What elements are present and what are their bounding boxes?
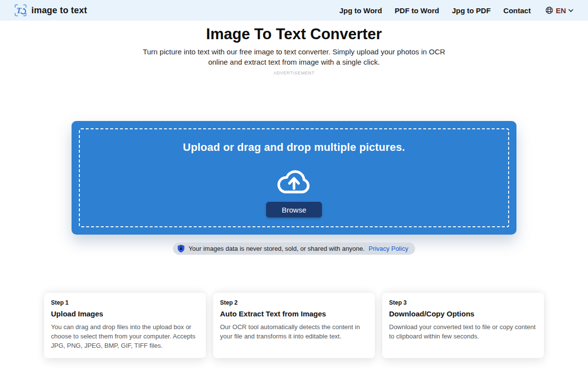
step-label: Step 3 [389,299,537,306]
nav-contact[interactable]: Contact [503,6,531,15]
step-title: Upload Images [51,310,199,318]
language-code: EN [556,6,566,15]
privacy-policy-link[interactable]: Privacy Policy [368,245,408,252]
main-nav: Jpg to Word PDF to Word Jpg to PDF Conta… [339,6,573,15]
privacy-pill: Your images data is never stored, sold, … [173,242,415,255]
step-title: Auto Extract Text from Images [220,310,368,318]
step-card-3: Step 3 Download/Copy Options Download yo… [382,293,544,358]
brand-logo[interactable]: T image to text [14,3,87,17]
step-card-2: Step 2 Auto Extract Text from Images Our… [213,293,375,358]
privacy-text: Your images data is never stored, sold, … [189,245,365,252]
step-label: Step 2 [220,299,368,306]
page-subtitle: Turn picture into text with our free ima… [137,47,451,67]
step-description: Our OCR tool automatically detects the c… [220,322,368,341]
steps-row: Step 1 Upload Images You can drag and dr… [44,293,544,358]
privacy-row: Your images data is never stored, sold, … [0,242,588,255]
language-selector[interactable]: EN [545,6,573,15]
nav-pdf-to-word[interactable]: PDF to Word [395,6,440,15]
chevron-down-icon [568,9,573,12]
shield-lock-icon [177,244,185,253]
top-navigation-bar: T image to text Jpg to Word PDF to Word … [0,0,588,21]
cloud-upload-icon [273,166,315,198]
globe-icon [545,6,553,14]
nav-jpg-to-pdf[interactable]: Jpg to PDF [452,6,490,15]
step-description: You can drag and drop files into the upl… [51,322,199,350]
page-title: Image To Text Converter [0,25,588,43]
upload-heading: Upload or drag and drop multiple picture… [183,141,405,154]
step-label: Step 1 [51,299,199,306]
advertisement-label: ADVERTISEMENT [0,71,588,75]
step-card-1: Step 1 Upload Images You can drag and dr… [44,293,206,358]
step-description: Download your converted text to file or … [389,322,537,341]
nav-jpg-to-word[interactable]: Jpg to Word [339,6,382,15]
brand-name: image to text [31,5,87,16]
image-to-text-logo-icon: T [14,3,27,17]
browse-button[interactable]: Browse [266,202,322,217]
upload-panel: Upload or drag and drop multiple picture… [72,121,516,235]
upload-dropzone[interactable]: Upload or drag and drop multiple picture… [79,128,509,227]
step-title: Download/Copy Options [389,310,537,318]
